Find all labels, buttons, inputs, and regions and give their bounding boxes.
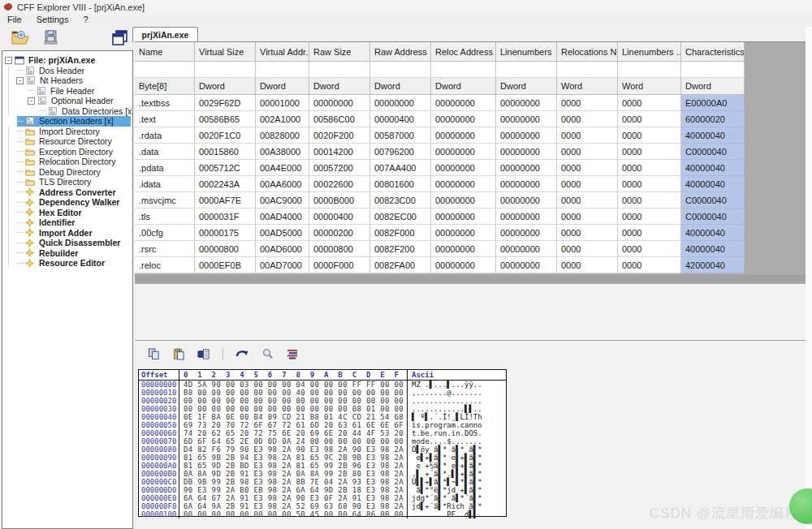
sidebar-item-hex-editor[interactable]: Hex Editor bbox=[2, 208, 132, 218]
table-row[interactable]: .textbss0029F62D000010000000000000000000… bbox=[135, 95, 812, 111]
table-cell[interactable]: 0000 bbox=[557, 160, 618, 176]
table-cell[interactable]: 00001000 bbox=[256, 95, 309, 111]
table-cell[interactable]: 0000B000 bbox=[309, 192, 370, 209]
table-row[interactable]: .pdata0005712C00A4E00000057200007AA40000… bbox=[135, 160, 812, 176]
table-cell[interactable]: 0000AF7E bbox=[195, 192, 256, 209]
table-cell[interactable]: 0000 bbox=[618, 176, 681, 192]
table-row[interactable]: .reloc0000EF0B00AD70000000F0000082FA0000… bbox=[135, 257, 812, 273]
table-cell[interactable]: 00828000 bbox=[256, 127, 309, 144]
type-cell[interactable]: Dword bbox=[309, 78, 370, 95]
table-cell[interactable]: 00000400 bbox=[309, 209, 370, 225]
type-cell[interactable]: Word bbox=[557, 78, 618, 95]
table-cell[interactable]: 00000000 bbox=[496, 144, 557, 160]
table-cell[interactable]: 00AD5000 bbox=[256, 225, 309, 241]
save-file-icon[interactable]: H bbox=[39, 27, 63, 48]
column-header[interactable]: Linenumbers bbox=[496, 42, 557, 62]
tree-expander[interactable]: - bbox=[16, 77, 24, 84]
sidebar-item-import-directory[interactable]: Import Directory bbox=[2, 127, 132, 137]
table-cell[interactable]: 00000000 bbox=[496, 95, 557, 111]
table-row[interactable]: .msvcjmc0000AF7E00AC90000000B00000823C00… bbox=[135, 192, 812, 209]
table-cell[interactable]: 00796200 bbox=[370, 144, 431, 160]
search-icon[interactable] bbox=[260, 346, 274, 361]
column-header[interactable]: Characteristics bbox=[681, 42, 745, 62]
table-cell[interactable]: 00AC9000 bbox=[256, 192, 309, 209]
table-cell[interactable]: C0000040 bbox=[681, 192, 745, 209]
table-cell[interactable]: 00000000 bbox=[496, 127, 557, 144]
table-cell[interactable]: 00000000 bbox=[431, 225, 496, 241]
sidebar-item-resource-directory[interactable]: Resource Directory bbox=[2, 136, 132, 147]
hex-bytes[interactable]: 69 73 20 70 72 6F 67 72 61 6D 20 63 61 6… bbox=[179, 421, 408, 429]
hex-ascii[interactable]: jdg*´ã▌* ã▌*´ã▌* bbox=[408, 494, 506, 502]
encoding-icon[interactable] bbox=[285, 346, 300, 361]
table-cell[interactable]: 00000000 bbox=[431, 209, 496, 225]
sidebar-item-dependency-walker[interactable]: Dependency Walker bbox=[2, 197, 132, 208]
hex-bytes[interactable]: 00 00 00 00 00 00 00 00 00 00 00 00 00 0… bbox=[179, 397, 408, 405]
table-cell[interactable]: 40000040 bbox=[681, 225, 745, 241]
table-cell[interactable]: 42000040 bbox=[681, 257, 745, 273]
hex-ascii[interactable]: ▌ º▌.´.Í!¸▌LÍ!Th bbox=[408, 413, 506, 421]
menu-item-settings[interactable]: Settings bbox=[29, 14, 76, 25]
column-header[interactable]: Relocations N... bbox=[557, 42, 618, 62]
table-cell[interactable]: 00000800 bbox=[195, 241, 256, 257]
hex-ascii[interactable]: ã▌*°ë▌*jd +▌ã▌* bbox=[408, 486, 506, 494]
table-cell[interactable]: 0000 bbox=[557, 257, 618, 273]
hex-bytes[interactable]: 0E 1F BA 0E 00 B4 09 CD 21 B8 01 4C CD 2… bbox=[179, 413, 408, 421]
table-cell[interactable]: 002A1000 bbox=[256, 111, 309, 127]
table-cell[interactable]: 0000 bbox=[557, 144, 618, 160]
table-cell[interactable]: 0082EC00 bbox=[370, 209, 431, 225]
hex-bytes[interactable]: B8 00 00 00 00 00 00 00 40 00 00 00 00 0… bbox=[179, 389, 408, 397]
goto-icon[interactable] bbox=[235, 346, 249, 361]
table-cell[interactable]: 0000031F bbox=[195, 209, 256, 225]
fill-icon[interactable] bbox=[197, 346, 211, 361]
table-cell[interactable]: 0000 bbox=[557, 111, 618, 127]
table-cell[interactable]: .tls bbox=[135, 209, 195, 225]
table-cell[interactable]: 40000040 bbox=[681, 241, 745, 257]
table-cell[interactable]: .reloc bbox=[135, 257, 195, 273]
table-cell[interactable]: 0000 bbox=[618, 257, 681, 273]
sidebar-item-tls-directory[interactable]: TLS Directory bbox=[2, 177, 132, 187]
table-cell[interactable]: 00000000 bbox=[496, 176, 557, 192]
table-cell[interactable]: 00AA6000 bbox=[256, 176, 309, 192]
table-cell[interactable]: 0082F200 bbox=[370, 241, 431, 257]
table-row[interactable]: .rsrc0000080000AD6000000008000082F200000… bbox=[135, 241, 812, 257]
table-cell[interactable]: 00000000 bbox=[431, 111, 496, 127]
hex-bytes[interactable]: 6D 6F 64 65 2E 0D 0D 0A 24 00 00 00 00 0… bbox=[179, 437, 408, 445]
table-cell[interactable]: 00000400 bbox=[370, 111, 431, 127]
sidebar-item-import-adder[interactable]: Import Adder bbox=[2, 228, 132, 239]
table-cell[interactable]: 0000 bbox=[557, 176, 618, 192]
table-cell[interactable]: 0082FA00 bbox=[370, 257, 431, 273]
table-cell[interactable]: 0000 bbox=[618, 127, 681, 144]
table-cell[interactable]: 00000175 bbox=[195, 225, 256, 241]
sidebar-item-quick-disassembler[interactable]: Quick Disassembler bbox=[2, 238, 132, 248]
table-cell[interactable]: 0000 bbox=[557, 241, 618, 257]
table-cell[interactable]: 0029F62D bbox=[195, 95, 256, 111]
table-cell[interactable]: 0082F000 bbox=[370, 225, 431, 241]
type-cell[interactable]: Dword bbox=[496, 78, 557, 95]
table-cell[interactable]: 0002243A bbox=[195, 176, 256, 192]
table-row[interactable]: .idata0002243A00AA6000000226000080160000… bbox=[135, 176, 812, 192]
table-cell[interactable]: 00801600 bbox=[370, 176, 431, 192]
column-header[interactable]: Linenumbers ... bbox=[618, 42, 681, 62]
table-cell[interactable]: 0000 bbox=[557, 95, 618, 111]
tree-expander[interactable]: - bbox=[5, 57, 12, 64]
hex-bytes[interactable]: 6A 64 9A 2B 91 E3 98 2A 52 69 63 68 90 E… bbox=[179, 502, 408, 510]
table-cell[interactable]: 60000020 bbox=[681, 111, 745, 127]
table-cell[interactable]: 00000000 bbox=[496, 209, 557, 225]
table-cell[interactable]: 00000000 bbox=[431, 144, 496, 160]
table-cell[interactable]: 00A38000 bbox=[256, 144, 309, 160]
table-cell[interactable]: 00000000 bbox=[431, 176, 496, 192]
table-row[interactable]: .data0001586000A380000001420000796200000… bbox=[135, 144, 812, 160]
hex-bytes[interactable]: 81 65 9B 2B 94 E3 98 2A 81 65 9C 2B 9B E… bbox=[179, 454, 408, 462]
sidebar-item-dos-header[interactable]: Dos Header bbox=[2, 66, 132, 76]
table-cell[interactable]: 00586C00 bbox=[309, 111, 370, 127]
hex-ascii[interactable]: is.program.canno bbox=[408, 421, 506, 429]
table-cell[interactable]: 00AD4000 bbox=[256, 209, 309, 225]
table-cell[interactable]: 00000000 bbox=[496, 160, 557, 176]
sidebar-item-data-directories-x[interactable]: Data Directories [x] bbox=[2, 106, 132, 117]
table-row[interactable]: .tls0000031F00AD4000000004000082EC000000… bbox=[135, 209, 812, 225]
table-cell[interactable]: 0000 bbox=[557, 127, 618, 144]
sidebar-item-rebuilder[interactable]: Rebuilder bbox=[2, 248, 132, 259]
table-cell[interactable]: C0000040 bbox=[681, 209, 745, 225]
table-cell[interactable]: 00000000 bbox=[431, 257, 496, 273]
column-header[interactable]: Reloc Address bbox=[431, 42, 496, 62]
